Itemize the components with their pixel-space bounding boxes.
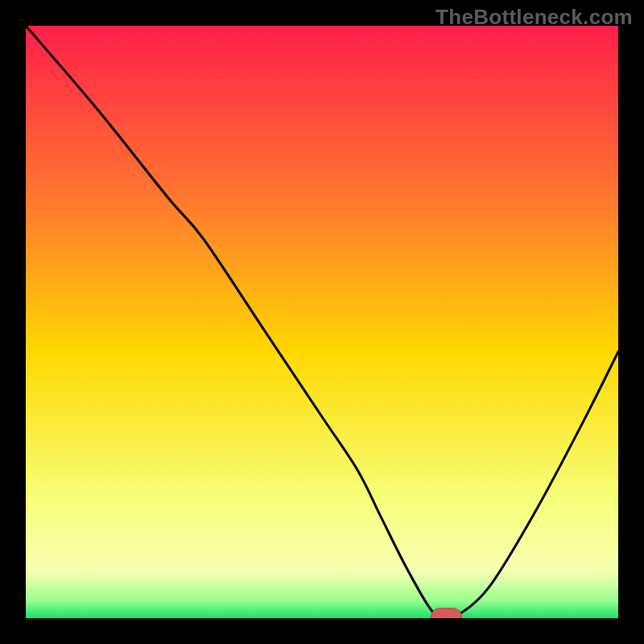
chart-container: TheBottleneck.com bbox=[0, 0, 644, 644]
chart-svg bbox=[26, 26, 618, 618]
sweet-spot-marker bbox=[431, 609, 461, 618]
heat-background bbox=[26, 26, 618, 618]
plot-area bbox=[26, 26, 618, 618]
